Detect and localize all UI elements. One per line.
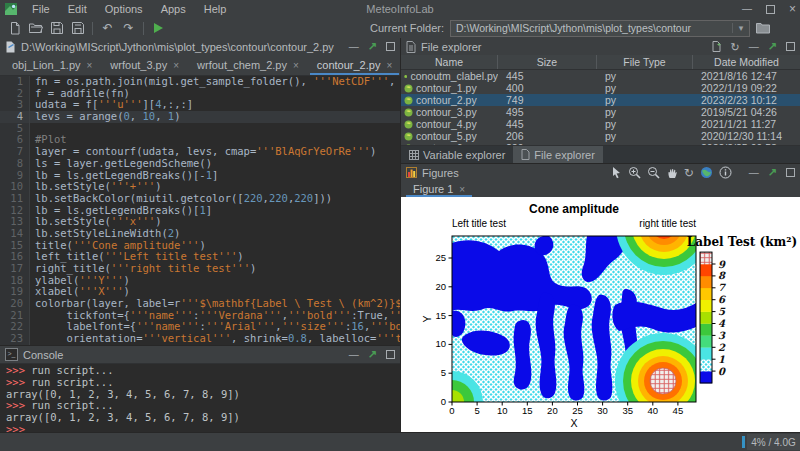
refresh-icon[interactable]: ↻ <box>731 41 740 53</box>
globe-icon[interactable] <box>700 166 713 179</box>
svg-text:5: 5 <box>441 367 446 378</box>
current-folder-combobox[interactable]: D:\Working\MIScript\Jython\mis\plot_type… <box>450 20 750 37</box>
editor-tab-wrfout_chem_2.py[interactable]: wrfout_chem_2.py× <box>188 55 308 75</box>
close-icon[interactable]: × <box>459 184 465 195</box>
svg-text:45: 45 <box>673 405 684 416</box>
console-line: >>> run script... <box>6 377 400 389</box>
menu-edit[interactable]: Edit <box>59 0 96 18</box>
menu-help[interactable]: Help <box>195 0 236 18</box>
memory-usage[interactable]: 4% / 4.0G <box>747 434 800 450</box>
menu-apps[interactable]: Apps <box>152 0 195 18</box>
figure-canvas[interactable]: Cone amplitude Left title test right tit… <box>401 197 800 434</box>
figures-panel: Figures ↻ — ↗ Figure 1 × <box>401 163 800 434</box>
menu-options[interactable]: Options <box>96 0 152 18</box>
file-row-contour_3.py[interactable]: contour_3.py495py2019/5/21 04:26 <box>401 106 800 118</box>
file-row-contour_2.py[interactable]: contour_2.py749py2023/2/23 10:12 <box>401 94 800 106</box>
editor-tab-contour_2.py[interactable]: contour_2.py× <box>308 55 401 75</box>
close-icon[interactable]: × <box>87 60 93 71</box>
file-cell: 2021/8/16 12:47 <box>693 70 800 82</box>
save-as-button[interactable] <box>67 19 88 37</box>
tab-label: File explorer <box>534 149 595 161</box>
file-cell: 445 <box>498 70 597 82</box>
panel-minimize-icon[interactable]: — <box>749 41 759 52</box>
python-file-icon <box>404 96 413 105</box>
toolbar-separator <box>143 22 144 35</box>
line-number: 8 <box>0 158 30 170</box>
panel-float-icon[interactable]: ↗ <box>768 166 777 179</box>
x-axis-label: X <box>570 417 577 429</box>
python-file-icon <box>404 120 413 129</box>
redo-button[interactable]: ↷ <box>118 19 139 37</box>
console-panel: >_ Console — ↗ >>> run script...>>> run … <box>0 345 401 434</box>
panel-float-icon[interactable]: ↗ <box>368 40 377 53</box>
file-row-contour_1.py[interactable]: contour_1.py400py2022/1/19 09:22 <box>401 82 800 94</box>
open-folder-button[interactable] <box>25 19 46 37</box>
close-icon[interactable]: × <box>293 60 299 71</box>
panel-minimize-icon[interactable]: — <box>749 167 759 178</box>
new-file-button[interactable] <box>4 19 25 37</box>
new-file-icon[interactable] <box>711 41 722 52</box>
code-line[interactable]: 8ls = layer.getLegendScheme() <box>0 158 400 170</box>
identify-info-icon[interactable] <box>719 166 732 179</box>
window-minimize-button[interactable]: — <box>742 0 752 18</box>
rotate-icon[interactable]: ↻ <box>684 167 694 179</box>
current-folder-value: D:\Working\MIScript\Jython\mis\plot_type… <box>451 22 732 34</box>
tab-variable-explorer[interactable]: Variable explorer <box>401 146 513 163</box>
y-axis-label: Y <box>421 315 433 322</box>
editor-tab-obj_Lion_1.py[interactable]: obj_Lion_1.py× <box>3 55 101 75</box>
panel-maximize-icon[interactable] <box>386 42 395 51</box>
run-script-button[interactable] <box>148 19 169 37</box>
chevron-down-icon[interactable]: ▾ <box>732 23 749 33</box>
undo-button[interactable]: ↶ <box>97 19 118 37</box>
save-as-icon <box>72 22 84 34</box>
script-file-icon <box>5 41 16 53</box>
panel-float-icon[interactable]: ↗ <box>368 348 377 361</box>
file-cell: py <box>597 94 693 106</box>
tab-file-explorer[interactable]: File explorer <box>513 146 603 163</box>
line-number: 6 <box>0 134 30 146</box>
column-header-date-modified[interactable]: Date Modified <box>693 55 800 69</box>
panel-maximize-icon[interactable] <box>786 168 795 177</box>
window-maximize-button[interactable] <box>766 5 775 14</box>
svg-text:10: 10 <box>435 338 446 349</box>
zoom-out-icon[interactable] <box>647 166 660 179</box>
column-header-file-type[interactable]: File Type <box>597 55 693 69</box>
tab-figure-1[interactable]: Figure 1 × <box>404 181 474 197</box>
file-name: contour_3.py <box>401 106 498 118</box>
save-button[interactable] <box>46 19 67 37</box>
column-header-size[interactable]: Size <box>498 55 597 69</box>
panel-minimize-icon[interactable]: — <box>349 349 359 360</box>
pan-hand-icon[interactable] <box>666 166 678 179</box>
explorer-tab-bar: Variable explorerFile explorer <box>401 145 800 163</box>
close-icon[interactable]: × <box>173 60 179 71</box>
zoom-in-icon[interactable] <box>628 166 641 179</box>
window-close-button[interactable]: × <box>789 0 796 18</box>
code-line[interactable]: 4levs = arange(0, 10, 1) <box>0 111 400 123</box>
column-header-name[interactable]: Name <box>401 55 498 69</box>
file-row-conoutm_clabel.py[interactable]: conoutm_clabel.py445py2021/8/16 12:47 <box>401 70 800 82</box>
svg-text:5: 5 <box>718 306 726 317</box>
file-cell: 749 <box>498 94 597 106</box>
editor-tab-wrfout_3.py[interactable]: wrfout_3.py× <box>101 55 188 75</box>
python-file-icon <box>404 84 413 93</box>
code-line[interactable]: 23 orientation='''vertical''', shrink=0.… <box>0 333 400 345</box>
panel-maximize-icon[interactable] <box>386 350 395 359</box>
file-row-contour_4.py[interactable]: contour_4.py445py2021/1/21 11:27 <box>401 118 800 130</box>
svg-text:10: 10 <box>497 405 508 416</box>
file-row-contour_5.py[interactable]: contour_5.py206py2020/12/30 11:14 <box>401 130 800 142</box>
code-line[interactable]: 1fn = os.path.join(migl.get_sample_folde… <box>0 76 400 88</box>
menu-file[interactable]: File <box>23 0 59 18</box>
code-line[interactable]: 14lb.setStyleLineWidth(2) <box>0 228 400 240</box>
panel-minimize-icon[interactable]: — <box>349 41 359 52</box>
browse-folder-button[interactable] <box>756 22 770 34</box>
pointer-icon[interactable] <box>610 166 622 179</box>
status-bar: 4% / 4.0G <box>0 432 800 451</box>
console-output[interactable]: >>> run script...>>> run script...array(… <box>0 363 400 434</box>
code-line[interactable]: 17right_title('''right title test''') <box>0 263 400 275</box>
y-axis-ticks: 0510152025 <box>435 252 452 407</box>
code-text: lb.setBackColor(miutil.getcolor([220,220… <box>30 193 332 205</box>
panel-float-icon[interactable]: ↗ <box>768 40 777 53</box>
code-editor[interactable]: 1fn = os.path.join(migl.get_sample_folde… <box>0 76 400 345</box>
close-icon[interactable]: × <box>386 60 392 71</box>
panel-maximize-icon[interactable] <box>786 42 795 51</box>
